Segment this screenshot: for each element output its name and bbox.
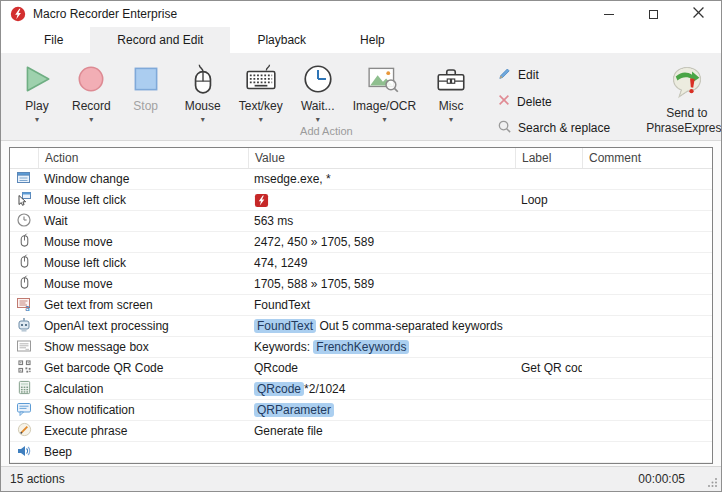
- table-row-wait[interactable]: Wait563 ms: [10, 211, 712, 232]
- table-row-mouse-move[interactable]: Mouse move2472, 450 » 1705, 589: [10, 232, 712, 253]
- toolbox-icon: [434, 60, 468, 98]
- minimize-button[interactable]: [586, 1, 631, 27]
- stop-button[interactable]: Stop: [120, 57, 172, 125]
- resize-grip[interactable]: [707, 477, 718, 488]
- value-cell: 1705, 588 » 1705, 589: [248, 277, 515, 291]
- action-cell: Get text from screen: [38, 298, 248, 312]
- mouse-button[interactable]: Mouse▾: [176, 57, 230, 125]
- action-cell: Mouse move: [38, 277, 248, 291]
- table-row-mouse-left-click[interactable]: Mouse left clickLoop: [10, 190, 712, 211]
- mouse-small-icon: [17, 254, 32, 272]
- value-cell: QRcode: [248, 361, 515, 375]
- action-cell: Window change: [38, 172, 248, 186]
- value-cell: FoundText Out 5 comma-separated keywords: [248, 319, 515, 333]
- close-button[interactable]: [676, 1, 721, 27]
- stop-label: Stop: [133, 99, 158, 113]
- label-cell: Loop: [515, 193, 582, 207]
- action-cell: OpenAI text processing: [38, 319, 248, 333]
- table-row-beep[interactable]: Beep: [10, 442, 712, 463]
- action-cell: Mouse move: [38, 235, 248, 249]
- app-logo-icon: [10, 6, 26, 22]
- action-cell: Wait: [38, 214, 248, 228]
- text-key-button[interactable]: Text/key▾: [230, 57, 292, 125]
- wait-label: Wait...: [301, 99, 335, 113]
- play-button[interactable]: Play▾: [11, 57, 63, 125]
- send-to-phraseexpress-button[interactable]: Send to PhraseExpress: [632, 57, 722, 140]
- ribbon: Play▾Record▾Stop Mouse▾Text/key▾Wait...▾…: [1, 53, 721, 141]
- svg-text:a: a: [25, 304, 30, 312]
- actions-table: ActionValueLabelComment Window changemse…: [9, 147, 713, 464]
- add-action-group: Mouse▾Text/key▾Wait...▾Image/OCR▾Misc▾ A…: [176, 57, 477, 140]
- misc-label: Misc: [439, 99, 464, 113]
- action-cell: Calculation: [38, 382, 248, 396]
- statusbar: 15 actions 00:00:05: [1, 466, 721, 491]
- column-header-label[interactable]: Label: [515, 148, 582, 168]
- table-row-get-text-from-screen[interactable]: aGet text from screenFoundText: [10, 295, 712, 316]
- menu-tabs: FileRecord and EditPlaybackHelp: [1, 27, 721, 53]
- chevron-down-icon: ▾: [259, 115, 263, 125]
- variable-chip: FoundText: [254, 319, 316, 333]
- variable-chip: QRcode: [254, 382, 304, 396]
- edit-button[interactable]: Edit: [493, 65, 543, 85]
- variable-chip: FrenchKeywords: [313, 340, 409, 354]
- maximize-icon: [649, 10, 658, 19]
- action-cell: Execute phrase: [38, 424, 248, 438]
- column-header-action[interactable]: Action: [38, 148, 248, 168]
- play-label: Play: [25, 99, 48, 113]
- action-cell: Show notification: [38, 403, 248, 417]
- action-cell: Mouse left click: [38, 256, 248, 270]
- table-row-mouse-left-click[interactable]: Mouse left click474, 1249: [10, 253, 712, 274]
- maximize-button[interactable]: [631, 1, 676, 27]
- message-box-icon: [16, 338, 32, 357]
- table-row-openai-text-processing[interactable]: OpenAI text processingFoundText Out 5 co…: [10, 316, 712, 337]
- record-button[interactable]: Record▾: [63, 57, 120, 125]
- chevron-down-icon: ▾: [89, 115, 93, 125]
- action-count: 15 actions: [10, 472, 65, 486]
- play-icon: [20, 60, 54, 98]
- value-cell: Generate file: [248, 424, 515, 438]
- table-row-show-notification[interactable]: Show notificationQRParameter: [10, 400, 712, 421]
- tab-record-and-edit[interactable]: Record and Edit: [90, 27, 230, 53]
- tab-playback[interactable]: Playback: [230, 27, 333, 53]
- search-replace-label: Search & replace: [518, 121, 610, 135]
- window-controls: [586, 1, 721, 27]
- value-cell: 474, 1249: [248, 256, 515, 270]
- add-action-caption: Add Action: [176, 125, 477, 137]
- stop-icon: [129, 60, 163, 98]
- mouse-small-icon: [17, 275, 32, 293]
- table-row-window-change[interactable]: Window changemsedge.exe, *: [10, 169, 712, 190]
- edit-group: EditDeleteSearch & replace: [481, 57, 628, 140]
- value-cell: QRParameter: [248, 403, 515, 417]
- image-ocr-button[interactable]: Image/OCR▾: [344, 57, 425, 125]
- value-cell: 563 ms: [248, 214, 515, 228]
- action-cell: Get barcode QR Code: [38, 361, 248, 375]
- misc-button[interactable]: Misc▾: [425, 57, 477, 125]
- titlebar: Macro Recorder Enterprise: [1, 1, 721, 27]
- image-ocr-label: Image/OCR: [353, 99, 416, 113]
- action-cell: Show message box: [38, 340, 248, 354]
- table-row-show-message-box[interactable]: Show message boxKeywords: FrenchKeywords: [10, 337, 712, 358]
- wait-clock-icon: [16, 212, 32, 231]
- send-to-label-line1: Send to: [646, 106, 722, 121]
- delete-label: Delete: [517, 95, 552, 109]
- table-row-get-barcode-qr-code[interactable]: Get barcode QR CodeQRcodeGet QR code: [10, 358, 712, 379]
- search-replace-button[interactable]: Search & replace: [493, 118, 614, 138]
- table-row-mouse-move[interactable]: Mouse move1705, 588 » 1705, 589: [10, 274, 712, 295]
- value-cell: QRcode*2/1024: [248, 382, 515, 396]
- chevron-down-icon: ▾: [449, 115, 453, 125]
- value-cell: msedge.exe, *: [248, 172, 515, 186]
- value-cell: 2472, 450 » 1705, 589: [248, 235, 515, 249]
- chevron-down-icon: ▾: [316, 115, 320, 125]
- column-header-value[interactable]: Value: [248, 148, 515, 168]
- mouse-label: Mouse: [185, 99, 221, 113]
- table-row-execute-phrase[interactable]: Execute phraseGenerate file: [10, 421, 712, 442]
- column-header-comment[interactable]: Comment: [582, 148, 712, 168]
- tab-file[interactable]: File: [17, 27, 90, 53]
- clock-icon: [301, 60, 335, 98]
- beep-speaker-icon: [16, 443, 32, 462]
- wait-button[interactable]: Wait...▾: [292, 57, 344, 125]
- delete-button[interactable]: Delete: [493, 92, 556, 111]
- table-row-calculation[interactable]: CalculationQRcode*2/1024: [10, 379, 712, 400]
- transport-group: Play▾Record▾Stop: [1, 57, 172, 140]
- tab-help[interactable]: Help: [333, 27, 412, 53]
